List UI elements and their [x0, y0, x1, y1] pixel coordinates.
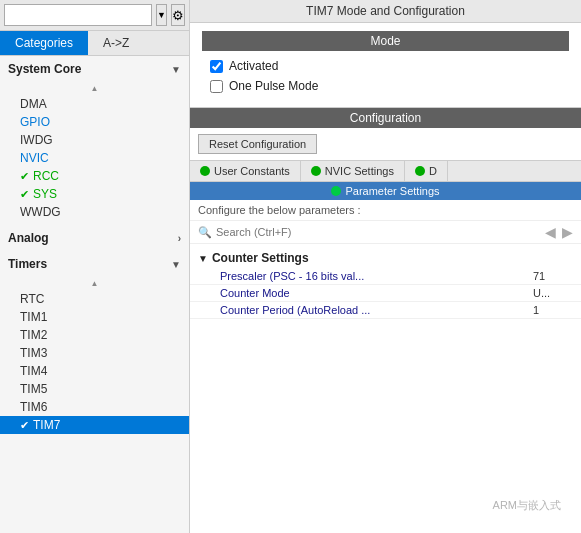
check-tim7: ✔	[20, 419, 29, 432]
item-nvic[interactable]: NVIC	[0, 149, 189, 167]
search-input[interactable]	[4, 4, 152, 26]
dot-param	[331, 186, 341, 196]
section-analog[interactable]: Analog ›	[0, 225, 189, 251]
param-row-prescaler: Prescaler (PSC - 16 bits val... 71	[190, 268, 581, 285]
content-area: TIM7 Mode and Configuration Mode Activat…	[190, 0, 581, 533]
tab-atoz[interactable]: A->Z	[88, 31, 144, 55]
section-timers[interactable]: Timers ▼	[0, 251, 189, 277]
param-search-input[interactable]	[216, 226, 541, 238]
check-rcc: ✔	[20, 170, 29, 183]
one-pulse-checkbox[interactable]	[210, 80, 223, 93]
config-tabs: User Constants NVIC Settings D	[190, 161, 581, 182]
item-sys[interactable]: ✔SYS	[0, 185, 189, 203]
timers-items: ▲ RTC TIM1 TIM2 TIM3 TIM4 TIM5 TIM6 ✔ TI…	[0, 277, 189, 438]
check-sys: ✔	[20, 188, 29, 201]
param-value-prescaler: 71	[533, 270, 573, 282]
param-value-counter-period: 1	[533, 304, 573, 316]
reset-config-button[interactable]: Reset Configuration	[198, 134, 317, 154]
config-toolbar: Reset Configuration	[190, 128, 581, 161]
item-tim5[interactable]: TIM5	[0, 380, 189, 398]
scroll-up-timers[interactable]: ▲	[0, 277, 189, 290]
sidebar-content: System Core ▼ ▲ DMA GPIO IWDG NVIC ✔RCC …	[0, 56, 189, 533]
mode-section: Mode Activated One Pulse Mode	[190, 23, 581, 108]
sidebar-top: ▼ ⚙	[0, 0, 189, 31]
tab-user-constants[interactable]: User Constants	[190, 161, 301, 181]
dot-user-constants	[200, 166, 210, 176]
next-arrow[interactable]: ▶	[562, 224, 573, 240]
item-tim6[interactable]: TIM6	[0, 398, 189, 416]
item-rtc[interactable]: RTC	[0, 290, 189, 308]
param-row-counter-period: Counter Period (AutoReload ... 1	[190, 302, 581, 319]
item-tim7[interactable]: ✔ TIM7	[0, 416, 189, 434]
dot-nvic	[311, 166, 321, 176]
section-label: System Core	[8, 62, 81, 76]
analog-label: Analog	[8, 231, 49, 245]
config-section: Configuration Reset Configuration User C…	[190, 108, 581, 533]
dot-d	[415, 166, 425, 176]
timers-label: Timers	[8, 257, 47, 271]
system-core-items: ▲ DMA GPIO IWDG NVIC ✔RCC ✔SYS WWDG	[0, 82, 189, 225]
sidebar: ▼ ⚙ Categories A->Z System Core ▼ ▲ DMA …	[0, 0, 190, 533]
param-name-prescaler: Prescaler (PSC - 16 bits val...	[220, 270, 533, 282]
item-iwdg[interactable]: IWDG	[0, 131, 189, 149]
activated-label: Activated	[229, 59, 278, 73]
one-pulse-label: One Pulse Mode	[229, 79, 318, 93]
title-bar: TIM7 Mode and Configuration	[190, 0, 581, 23]
config-hint: Configure the below parameters :	[190, 200, 581, 221]
tab-nvic-settings[interactable]: NVIC Settings	[301, 161, 405, 181]
section-system-core[interactable]: System Core ▼	[0, 56, 189, 82]
expand-arrow: ›	[178, 233, 181, 244]
item-tim2[interactable]: TIM2	[0, 326, 189, 344]
scroll-up[interactable]: ▲	[0, 82, 189, 95]
activated-row: Activated	[202, 59, 569, 73]
param-name-counter-period: Counter Period (AutoReload ...	[220, 304, 533, 316]
item-tim1[interactable]: TIM1	[0, 308, 189, 326]
activated-checkbox[interactable]	[210, 60, 223, 73]
param-name-counter-mode: Counter Mode	[220, 287, 533, 299]
search-row: 🔍 ◀ ▶	[190, 221, 581, 244]
search-icon: 🔍	[198, 226, 212, 239]
item-tim4[interactable]: TIM4	[0, 362, 189, 380]
tab-bar: Categories A->Z	[0, 31, 189, 56]
item-rcc[interactable]: ✔RCC	[0, 167, 189, 185]
tab-categories[interactable]: Categories	[0, 31, 88, 55]
mode-header: Mode	[202, 31, 569, 51]
item-wwdg[interactable]: WWDG	[0, 203, 189, 221]
param-settings-bar: Parameter Settings	[190, 182, 581, 200]
page-title: TIM7 Mode and Configuration	[306, 4, 465, 18]
timers-arrow: ▼	[171, 259, 181, 270]
one-pulse-row: One Pulse Mode	[202, 79, 569, 93]
config-header: Configuration	[190, 108, 581, 128]
nav-arrows: ◀ ▶	[545, 224, 573, 240]
gear-icon[interactable]: ⚙	[171, 4, 185, 26]
item-gpio[interactable]: GPIO	[0, 113, 189, 131]
item-dma[interactable]: DMA	[0, 95, 189, 113]
item-tim3[interactable]: TIM3	[0, 344, 189, 362]
watermark: ARM与嵌入式	[493, 498, 561, 513]
prev-arrow[interactable]: ◀	[545, 224, 556, 240]
counter-settings-group[interactable]: ▼ Counter Settings	[190, 248, 581, 268]
param-list: ▼ Counter Settings Prescaler (PSC - 16 b…	[190, 244, 581, 533]
tab-d[interactable]: D	[405, 161, 448, 181]
dropdown-arrow[interactable]: ▼	[156, 4, 167, 26]
param-value-counter-mode: U...	[533, 287, 573, 299]
param-row-counter-mode: Counter Mode U...	[190, 285, 581, 302]
collapse-arrow: ▼	[171, 64, 181, 75]
chevron-down-icon: ▼	[198, 253, 208, 264]
